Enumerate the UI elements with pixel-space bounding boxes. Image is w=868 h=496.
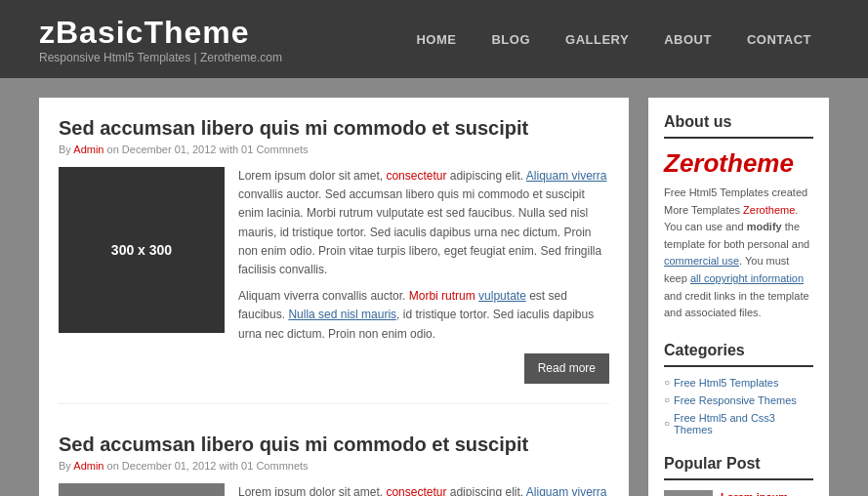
main-content: Sed accumsan libero quis mi commodo et s… bbox=[39, 98, 629, 496]
category-item-0: Free Html5 Templates bbox=[664, 377, 813, 389]
header: zBasicTheme Responsive Html5 Templates |… bbox=[0, 0, 868, 78]
popular-title: Popular Post bbox=[664, 455, 813, 480]
category-link-1[interactable]: Free Responsive Themes bbox=[674, 394, 797, 406]
article-image-0: 300 x 300 bbox=[59, 167, 225, 333]
sidebar: About us Zerotheme Free Html5 Templates … bbox=[648, 98, 829, 496]
popular-post-text: Lorem ipsum dolor sit amet November 11 ,… bbox=[721, 491, 813, 496]
article-1: Sed accumsan libero quis mi commodo et s… bbox=[59, 434, 609, 496]
popular-post-title[interactable]: Lorem ipsum dolor sit amet bbox=[721, 491, 813, 496]
category-item-1: Free Responsive Themes bbox=[664, 394, 813, 406]
article-0: Sed accumsan libero quis mi commodo et s… bbox=[59, 117, 609, 404]
article-text-0: Lorem ipsum dolor sit amet, consectetur … bbox=[238, 167, 609, 384]
popular-section: Popular Post 50 x 50 Lorem ipsum dolor s… bbox=[664, 455, 813, 496]
categories-title: Categories bbox=[664, 342, 813, 367]
article-meta-0: By Admin on December 01, 2012 with 01 Co… bbox=[59, 144, 609, 155]
category-link-0[interactable]: Free Html5 Templates bbox=[674, 377, 778, 389]
logo-subtitle: Responsive Html5 Templates | Zerotheme.c… bbox=[39, 51, 282, 64]
article-image-1 bbox=[59, 483, 225, 496]
nav-item-home[interactable]: HOME bbox=[398, 22, 474, 57]
article-title-0: Sed accumsan libero quis mi commodo et s… bbox=[59, 117, 609, 140]
article-author[interactable]: Admin bbox=[73, 144, 103, 155]
zerotheme-logo: Zerotheme bbox=[664, 148, 813, 179]
category-item-2: Free Html5 and Css3 Themes bbox=[664, 412, 813, 435]
content-wrapper: Sed accumsan libero quis mi commodo et s… bbox=[39, 98, 829, 496]
main-nav: HOMEBLOGGALLERYABOUTCONTACT bbox=[398, 22, 829, 57]
article-body-1: Lorem ipsum dolor sit amet, consectetur … bbox=[59, 483, 609, 496]
about-section: About us Zerotheme Free Html5 Templates … bbox=[664, 113, 813, 322]
logo-title: zBasicTheme bbox=[39, 15, 282, 51]
nav-item-contact[interactable]: CONTACT bbox=[729, 22, 829, 57]
nav-item-gallery[interactable]: GALLERY bbox=[548, 22, 646, 57]
about-tagline: Free Html5 Templates created More Templa… bbox=[664, 186, 809, 318]
read-more-button-0[interactable]: Read more bbox=[524, 353, 609, 384]
article-body-0: 300 x 300Lorem ipsum dolor sit amet, con… bbox=[59, 167, 609, 384]
popular-post-image: 50 x 50 bbox=[664, 490, 713, 496]
categories-list: Free Html5 TemplatesFree Responsive Them… bbox=[664, 377, 813, 435]
article-meta-1: By Admin on December 01, 2012 with 01 Co… bbox=[59, 460, 609, 472]
logo-area: zBasicTheme Responsive Html5 Templates |… bbox=[39, 15, 282, 64]
categories-section: Categories Free Html5 TemplatesFree Resp… bbox=[664, 342, 813, 435]
about-title: About us bbox=[664, 113, 813, 139]
article-title-1: Sed accumsan libero quis mi commodo et s… bbox=[59, 434, 609, 456]
about-text: Free Html5 Templates created More Templa… bbox=[664, 185, 813, 322]
article-author[interactable]: Admin bbox=[73, 460, 103, 472]
article-text-1: Lorem ipsum dolor sit amet, consectetur … bbox=[238, 483, 609, 496]
nav-item-blog[interactable]: BLOG bbox=[474, 22, 548, 57]
body-wrapper: Sed accumsan libero quis mi commodo et s… bbox=[0, 78, 868, 496]
popular-post: 50 x 50 Lorem ipsum dolor sit amet Novem… bbox=[664, 490, 813, 496]
nav-item-about[interactable]: ABOUT bbox=[646, 22, 729, 57]
category-link-2[interactable]: Free Html5 and Css3 Themes bbox=[674, 412, 813, 435]
